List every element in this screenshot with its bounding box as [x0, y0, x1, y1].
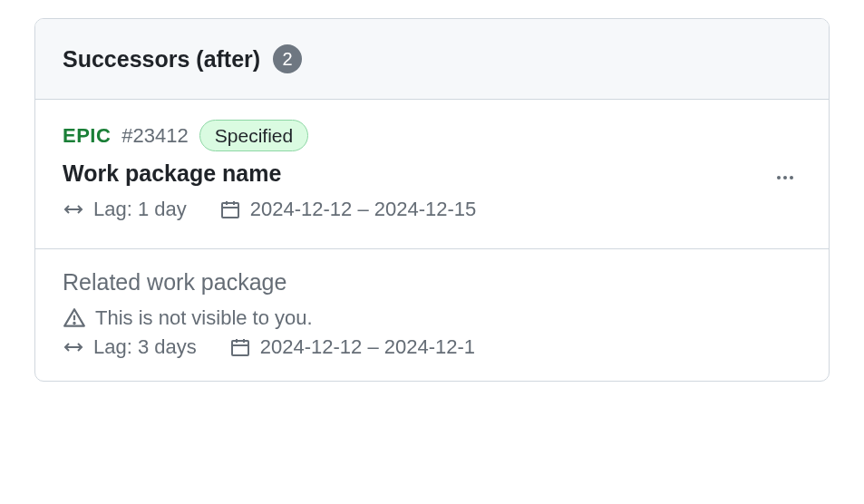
calendar-icon — [219, 199, 241, 220]
svg-rect-1 — [222, 203, 238, 218]
item-details: Lag: 1 day 2024-12-12 – 2024-12-15 — [63, 198, 801, 221]
calendar-icon — [229, 336, 251, 358]
work-package-type: EPIC — [63, 124, 111, 148]
warning-text: This is not visible to you. — [95, 306, 313, 330]
lag-label: Lag: 3 days — [93, 335, 197, 359]
lag-icon — [63, 201, 84, 218]
svg-point-6 — [783, 176, 787, 179]
work-package-id: #23412 — [121, 124, 188, 148]
dots-horizontal-icon — [774, 167, 796, 189]
svg-point-7 — [790, 176, 793, 179]
lag-label: Lag: 1 day — [93, 198, 187, 221]
svg-point-5 — [777, 176, 781, 179]
work-package-name: Related work package — [63, 269, 801, 296]
date-range: 2024-12-12 – 2024-12-15 — [250, 198, 477, 221]
count-badge: 2 — [273, 44, 302, 73]
successor-item: Related work package This is not visible… — [35, 248, 829, 381]
item-details: Lag: 3 days 2024-12-12 – 2024-12-1 — [63, 335, 801, 359]
item-warning-row: This is not visible to you. — [63, 306, 801, 330]
item-meta: EPIC #23412 Specified — [63, 120, 801, 151]
lag-icon — [63, 339, 84, 355]
panel-title: Successors (after) — [63, 46, 260, 73]
panel-header: Successors (after) 2 — [35, 19, 829, 99]
date-range: 2024-12-12 – 2024-12-1 — [260, 335, 475, 359]
svg-rect-11 — [232, 341, 248, 355]
successor-item: EPIC #23412 Specified Work package name … — [35, 99, 829, 248]
warning-icon — [63, 306, 86, 330]
work-package-name[interactable]: Work package name — [63, 160, 801, 187]
status-badge: Specified — [199, 120, 308, 151]
svg-point-9 — [73, 323, 74, 324]
successors-panel: Successors (after) 2 EPIC #23412 Specifi… — [34, 18, 830, 382]
more-actions-button[interactable] — [769, 161, 801, 194]
